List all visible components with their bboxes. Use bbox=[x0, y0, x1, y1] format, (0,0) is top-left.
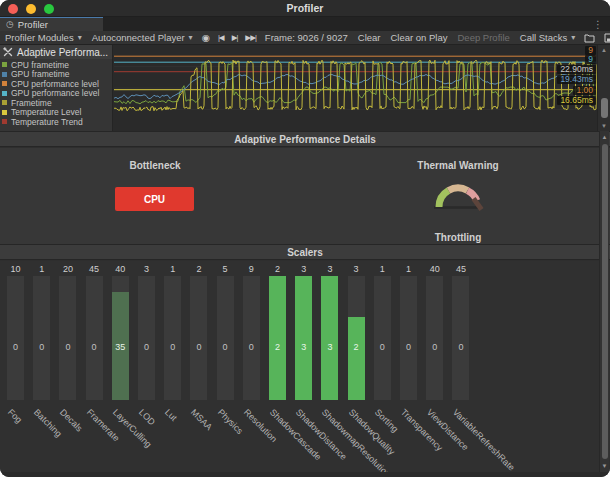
chart-scrollbar-thumb[interactable] bbox=[601, 98, 608, 118]
scaler-sorting[interactable]: 10Sorting bbox=[369, 261, 396, 472]
scaler-fog[interactable]: 100Fog bbox=[2, 261, 29, 472]
next-frame-button[interactable]: ▶| bbox=[228, 31, 242, 44]
legend-item[interactable]: GPU performance level bbox=[2, 89, 110, 99]
scaler-current-label: 0 bbox=[159, 342, 186, 352]
legend-item[interactable]: GPU frametime bbox=[2, 70, 110, 80]
chart-scrollbar[interactable]: ▲ ▼ bbox=[597, 45, 610, 131]
thermal-gauge-icon bbox=[428, 180, 488, 214]
scaler-current-label: 0 bbox=[2, 342, 29, 352]
call-stacks-dropdown[interactable]: Call Stacks ▾ bbox=[515, 31, 581, 44]
legend-swatch-icon bbox=[2, 72, 7, 77]
legend-item[interactable]: Temperature Trend bbox=[2, 117, 110, 127]
tab-profiler[interactable]: ◷ Profiler bbox=[0, 17, 103, 31]
chart-section: Adaptive Performa... CPU frametimeGPU fr… bbox=[0, 45, 610, 131]
scroll-up-icon[interactable]: ▲ bbox=[598, 47, 610, 53]
scroll-down-icon[interactable]: ▼ bbox=[598, 123, 610, 129]
details-scrollbar[interactable]: ▲ ▼ bbox=[599, 131, 609, 472]
tab-label: Profiler bbox=[18, 19, 48, 30]
scaler-max-label: 2 bbox=[264, 264, 291, 274]
legend-label: GPU performance level bbox=[11, 88, 99, 98]
tab-strip: ◷ Profiler ⋮ bbox=[0, 17, 610, 31]
scaler-current-label: 3 bbox=[316, 342, 343, 352]
scaler-shadowdistance[interactable]: 33ShadowDistance bbox=[290, 261, 317, 472]
frametime-chart[interactable]: 9922.90ms19.43ms1.0016.65ms bbox=[114, 45, 597, 131]
chevron-down-icon: ▾ bbox=[571, 33, 575, 42]
legend-item[interactable]: Temperature Level bbox=[2, 108, 110, 118]
scaler-lut[interactable]: 10Lut bbox=[159, 261, 186, 472]
scaler-current-label: 2 bbox=[264, 342, 291, 352]
scaler-viewdistance[interactable]: 400ViewDistance bbox=[421, 261, 448, 472]
scaler-bar bbox=[374, 276, 391, 400]
scaler-framerate[interactable]: 450Framerate bbox=[81, 261, 108, 472]
load-profile-button[interactable] bbox=[580, 31, 600, 44]
legend-label: Temperature Trend bbox=[11, 117, 83, 127]
legend-item[interactable]: CPU frametime bbox=[2, 60, 110, 70]
tools-icon bbox=[3, 47, 13, 57]
scaler-physics[interactable]: 50Physics bbox=[212, 261, 239, 472]
scaler-bar bbox=[400, 276, 417, 400]
current-frame-button[interactable]: ▶▶| bbox=[241, 31, 259, 44]
scaler-variablerefreshrate[interactable]: 450VariableRefreshRate bbox=[447, 261, 474, 472]
chart-value-readout: 9 bbox=[585, 55, 596, 64]
scaler-bar-fill bbox=[321, 276, 338, 400]
target-dropdown[interactable]: Autoconnected Player ▾ bbox=[87, 31, 198, 44]
scaler-max-label: 3 bbox=[290, 264, 317, 274]
details-body: Bottleneck CPU Thermal Warning Throttlin… bbox=[0, 148, 610, 244]
details-scrollbar-thumb[interactable] bbox=[602, 144, 608, 459]
scaler-current-label: 0 bbox=[369, 342, 396, 352]
scaler-lod[interactable]: 30LOD bbox=[133, 261, 160, 472]
clear-on-play-button[interactable]: Clear on Play bbox=[385, 31, 452, 44]
frametime-chart-svg[interactable] bbox=[114, 45, 597, 131]
scalers-chart: 100Fog10Batching200Decals450Framerate403… bbox=[0, 261, 610, 472]
profiler-modules-label: Profiler Modules bbox=[5, 32, 74, 43]
module-header[interactable]: Adaptive Performa... bbox=[0, 45, 112, 59]
scaler-current-label: 3 bbox=[290, 342, 317, 352]
window-title: Profiler bbox=[0, 2, 610, 14]
series-cpu-frametime bbox=[114, 62, 596, 104]
throttling-label: Throttling bbox=[398, 232, 518, 243]
scaler-msaa[interactable]: 20MSAA bbox=[185, 261, 212, 472]
scaler-layerculling[interactable]: 4035LayerCulling bbox=[107, 261, 134, 472]
scaler-transparency[interactable]: 10Transparency bbox=[395, 261, 422, 472]
scaler-max-label: 3 bbox=[343, 264, 370, 274]
scalers-header-label: Scalers bbox=[287, 247, 323, 258]
profiler-modules-dropdown[interactable]: Profiler Modules ▾ bbox=[0, 31, 87, 44]
scroll-down-icon[interactable]: ▼ bbox=[600, 463, 609, 469]
legend-item[interactable]: Frametime bbox=[2, 98, 110, 108]
bottleneck-indicator: CPU bbox=[115, 187, 194, 211]
details-header: Adaptive Performance Details bbox=[0, 131, 610, 147]
legend-label: CPU frametime bbox=[11, 60, 69, 70]
scaler-bar bbox=[33, 276, 50, 400]
record-button[interactable]: ◉ bbox=[198, 31, 214, 44]
legend-label: Frametime bbox=[11, 98, 52, 108]
chart-legend: CPU frametimeGPU frametimeCPU performanc… bbox=[0, 59, 112, 128]
chart-value-readout: 1.00 bbox=[573, 86, 596, 95]
scaler-bar bbox=[190, 276, 207, 400]
scaler-current-label: 0 bbox=[395, 342, 422, 352]
previous-frame-button[interactable]: |◀ bbox=[214, 31, 228, 44]
clear-button[interactable]: Clear bbox=[353, 31, 386, 44]
scaler-name-label: Fog bbox=[6, 407, 24, 425]
titlebar: Profiler bbox=[0, 0, 610, 17]
scaler-resolution[interactable]: 90Resolution bbox=[238, 261, 265, 472]
floppy-disk-icon bbox=[604, 33, 610, 43]
deep-profile-button[interactable]: Deep Profile bbox=[453, 31, 515, 44]
scaler-current-label: 0 bbox=[447, 342, 474, 352]
scaler-shadowmapresolution[interactable]: 33ShadowmapResolution bbox=[316, 261, 343, 472]
legend-item[interactable]: CPU performance level bbox=[2, 79, 110, 89]
tab-menu-icon[interactable]: ⋮ bbox=[590, 17, 606, 31]
scaler-max-label: 5 bbox=[212, 264, 239, 274]
scaler-bar bbox=[138, 276, 155, 400]
target-label: Autoconnected Player bbox=[92, 32, 185, 43]
scaler-bar bbox=[321, 276, 338, 400]
call-stacks-label: Call Stacks bbox=[520, 32, 568, 43]
scaler-decals[interactable]: 200Decals bbox=[54, 261, 81, 472]
scroll-up-icon[interactable]: ▲ bbox=[600, 134, 609, 140]
scaler-current-label: 0 bbox=[421, 342, 448, 352]
save-profile-button[interactable] bbox=[600, 31, 610, 44]
scaler-max-label: 1 bbox=[159, 264, 186, 274]
scaler-shadowcascade[interactable]: 22ShadowCascade bbox=[264, 261, 291, 472]
scaler-shadowquality[interactable]: 32ShadowQuality bbox=[343, 261, 370, 472]
scaler-batching[interactable]: 10Batching bbox=[28, 261, 55, 472]
series-gpu-frametime bbox=[114, 75, 596, 99]
